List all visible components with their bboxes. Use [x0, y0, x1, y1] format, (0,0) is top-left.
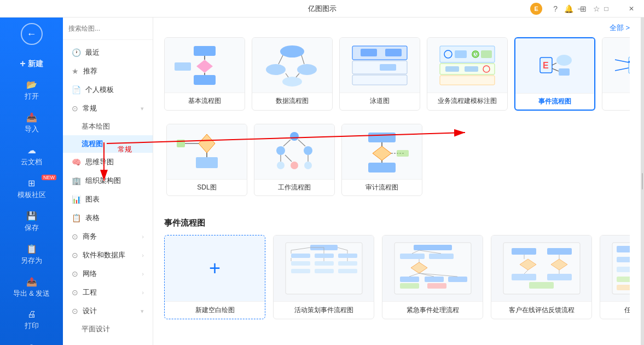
recommend-icon: ★	[72, 67, 79, 76]
svg-rect-82	[315, 261, 334, 266]
svg-point-63	[291, 162, 298, 169]
app-container: ← + 新建 📂 打开 📥 导入 ☁ 云文档 ⊞ 模板社区 NEW	[0, 18, 644, 345]
svg-rect-71	[368, 163, 396, 173]
back-button[interactable]: ←	[21, 23, 43, 45]
template-customer-feedback-label: 客户在线评估反馈流程	[491, 301, 591, 319]
svg-rect-81	[291, 261, 310, 266]
design-icon: ⊙	[72, 307, 78, 315]
design-expand-icon: ▾	[141, 308, 144, 315]
svg-point-38	[556, 55, 572, 66]
bottom-template-grid: SDL图	[164, 119, 630, 198]
template-audit-flow-img	[342, 124, 422, 179]
template-basic-flow-label: 基本流程图	[165, 93, 245, 109]
help-icon[interactable]: ?	[553, 4, 558, 13]
nav-item-business[interactable]: ⊙ 商务 ›	[63, 227, 153, 246]
svg-rect-79	[315, 254, 334, 258]
maximize-button[interactable]: □	[594, 0, 619, 18]
template-work-flow-img	[254, 124, 334, 179]
normal-icon: ⊙	[72, 104, 78, 113]
template-swimlane-label: 泳道图	[340, 93, 420, 109]
template-data-flow[interactable]: 数据流程图	[252, 37, 333, 111]
template-activity-event[interactable]: 活动策划事件流程图	[273, 235, 374, 319]
sidebar-item-saveas[interactable]: 📋 另存为	[0, 238, 63, 271]
left-panel: 🔍 🕐 最近 ★ 推荐 📄 个人模板 ⊙ 常规 ▾ 基本绘图	[63, 18, 153, 345]
view-all-link[interactable]: 全部 >	[610, 23, 630, 33]
svg-rect-57	[177, 140, 185, 147]
nav-item-design[interactable]: ⊙ 设计 ▾	[63, 302, 153, 320]
template-sdl-img	[167, 124, 247, 179]
svg-point-62	[304, 162, 312, 169]
sidebar-item-export[interactable]: 📤 导出 & 发送	[0, 271, 63, 304]
nav-item-recommend[interactable]: ★ 推荐	[63, 62, 153, 81]
svg-rect-80	[338, 254, 357, 258]
nav-item-network[interactable]: ⊙ 网络 ›	[63, 264, 153, 283]
svg-rect-112	[400, 283, 419, 289]
nav-sub-flatdesign[interactable]: 平面设计	[63, 320, 153, 338]
svg-rect-22	[380, 64, 396, 71]
svg-rect-20	[361, 49, 377, 56]
svg-point-7	[266, 64, 286, 75]
template-bpmn[interactable]: 业务流程建模标注图	[427, 37, 508, 111]
template-new-blank[interactable]: + 新建空白绘图	[164, 235, 265, 319]
mindmap-icon: 🧠	[72, 158, 81, 166]
template-idef[interactable]: IDEF图	[602, 37, 630, 111]
template-sdl-label: SDL图	[167, 179, 247, 196]
template-customer-feedback[interactable]: 客户在线评估反馈流程	[491, 235, 592, 319]
nav-item-personal[interactable]: 📄 个人模板	[63, 81, 153, 99]
sidebar-item-exit[interactable]: ⊖ 退出	[0, 336, 63, 345]
search-input[interactable]	[68, 25, 150, 32]
svg-point-58	[290, 132, 299, 141]
sidebar: ← + 新建 📂 打开 📥 导入 ☁ 云文档 ⊞ 模板社区 NEW	[0, 18, 63, 345]
svg-point-8	[297, 64, 317, 75]
sidebar-item-open[interactable]: 📂 打开	[0, 74, 63, 107]
svg-rect-132	[617, 267, 630, 272]
sidebar-item-new[interactable]: + 新建	[0, 54, 63, 74]
nav-item-orgchart[interactable]: 🏢 组织架构图	[63, 171, 153, 190]
sidebar-item-save[interactable]: 💾 保存	[0, 205, 63, 238]
template-basic-flow[interactable]: 基本流程图	[164, 37, 245, 111]
user-avatar[interactable]: E	[530, 3, 542, 15]
minimize-button[interactable]: —	[568, 0, 594, 18]
template-task-assign-img	[600, 235, 630, 301]
resize-handle[interactable]	[641, 18, 644, 345]
nav-item-software[interactable]: ⊙ 软件和数据库 ›	[63, 246, 153, 264]
main-panel: 全部 > 基本流程图	[153, 18, 641, 345]
template-emergency-img	[382, 235, 483, 301]
template-swimlane[interactable]: 泳道图	[339, 37, 420, 111]
window-controls: — □ ✕	[568, 0, 644, 18]
nav-sub-flowchart[interactable]: 流程图	[63, 135, 153, 153]
sidebar-item-community[interactable]: ⊞ 模板社区 NEW	[0, 173, 63, 205]
template-audit-flow[interactable]: 审计流程图	[341, 124, 422, 196]
nav-sub-basic-flowchart[interactable]: 基本绘图	[63, 118, 153, 135]
template-work-flow[interactable]: 工作流程图	[254, 124, 335, 196]
template-data-flow-img	[252, 38, 332, 93]
template-new-blank-label: 新建空白绘图	[165, 301, 265, 319]
svg-point-59	[276, 146, 285, 155]
sidebar-item-cloud[interactable]: ☁ 云文档	[0, 140, 63, 173]
new-badge: NEW	[42, 175, 56, 180]
top-template-grid: 基本流程图	[164, 33, 630, 113]
svg-point-61	[277, 162, 285, 169]
nav-item-mindmap[interactable]: 🧠 思维导图	[63, 153, 153, 171]
svg-line-44	[615, 68, 629, 71]
nav-item-engineering[interactable]: ⊙ 工程 ›	[63, 283, 153, 302]
svg-rect-102	[400, 277, 419, 282]
svg-line-11	[301, 55, 304, 64]
nav-item-table[interactable]: 📋 表格	[63, 209, 153, 227]
svg-rect-85	[315, 269, 334, 273]
close-button[interactable]: ✕	[619, 0, 644, 18]
svg-rect-54	[196, 157, 218, 168]
sidebar-item-print[interactable]: 🖨 打印	[0, 304, 63, 336]
nav-item-chart[interactable]: 📊 图表	[63, 190, 153, 209]
nav-item-recent[interactable]: 🕐 最近	[63, 43, 153, 62]
network-expand-icon: ›	[142, 271, 144, 277]
template-task-assign[interactable]: 任务分派事件流程	[600, 235, 630, 319]
template-idef-img	[602, 38, 630, 93]
template-sdl[interactable]: SDL图	[166, 124, 247, 196]
sidebar-item-import[interactable]: 📥 导入	[0, 107, 63, 140]
svg-point-9	[282, 77, 302, 87]
template-emergency[interactable]: 紧急事件处理流程	[382, 235, 483, 319]
template-event-flow[interactable]: E 事件流程图	[514, 37, 595, 111]
svg-rect-129	[617, 257, 630, 262]
nav-item-normal[interactable]: ⊙ 常规 ▾	[63, 99, 153, 118]
